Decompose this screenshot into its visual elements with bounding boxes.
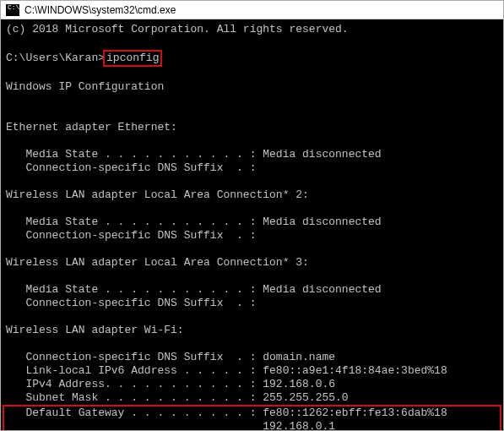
output-line: Media State . . . . . . . . . . . : Medi… [6,148,382,161]
section-title: Wireless LAN adapter Wi-Fi: [6,324,184,336]
prompt-text: C:\Users\Karan> [6,52,105,64]
output-line: Connection-specific DNS Suffix . : [6,161,256,174]
output-line: Media State . . . . . . . . . . . : Medi… [6,283,382,296]
output-line: 192.168.0.1 [6,420,335,430]
output-line: Connection-specific DNS Suffix . : [6,297,256,309]
window-title: C:\WINDOWS\system32\cmd.exe [24,4,176,16]
gateway-highlight: Default Gateway . . . . . . . . . : fe80… [3,405,501,430]
output-line: Link-local IPv6 Address . . . . . : fe80… [6,364,447,377]
section-title: Ethernet adapter Ethernet: [6,121,177,134]
section-title: Wireless LAN adapter Local Area Connecti… [6,188,309,201]
copyright-line: (c) 2018 Microsoft Corporation. All righ… [6,23,349,35]
cmd-icon: C:\ [6,4,19,16]
output-line: Subnet Mask . . . . . . . . . . . : 255.… [6,391,349,404]
section-title: Wireless LAN adapter Local Area Connecti… [6,256,309,269]
command-highlight: ipconfig [103,50,162,67]
output-line: Media State . . . . . . . . . . . : Medi… [6,216,382,228]
output-line: Default Gateway . . . . . . . . . : fe80… [6,406,447,419]
terminal-area[interactable]: (c) 2018 Microsoft Corporation. All righ… [1,19,503,430]
title-bar[interactable]: C:\ C:\WINDOWS\system32\cmd.exe [1,1,503,19]
output-line: IPv4 Address. . . . . . . . . . . : 192.… [6,378,335,390]
output-line: Connection-specific DNS Suffix . : domai… [6,351,335,363]
config-header: Windows IP Configuration [6,80,164,93]
output-line: Connection-specific DNS Suffix . : [6,229,256,242]
cmd-window: C:\ C:\WINDOWS\system32\cmd.exe (c) 2018… [0,0,504,431]
